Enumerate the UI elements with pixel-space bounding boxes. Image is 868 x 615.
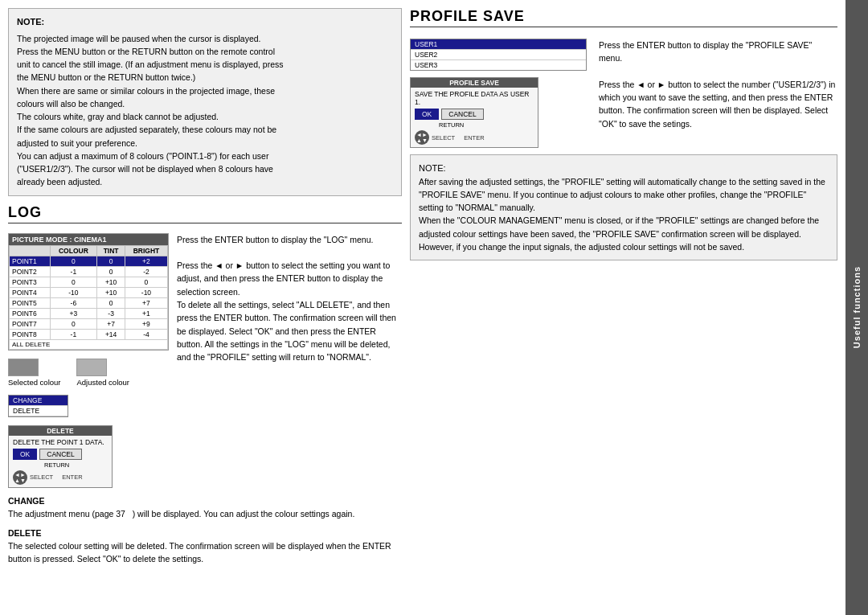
note-bottom-title: NOTE: [419, 162, 829, 175]
profile-user-1[interactable]: USER1 [411, 39, 586, 50]
table-row: POINT6+3-3+1 [10, 308, 168, 318]
table-row-bright: -10 [125, 287, 167, 297]
table-row-tint: 0 [97, 256, 125, 266]
note-top-box: NOTE: The projected image will be paused… [8, 8, 402, 196]
table-row: POINT5-60+7 [10, 297, 168, 308]
table-row-label: POINT8 [10, 329, 51, 339]
table-row-colour: -6 [50, 297, 97, 308]
useful-functions-tab: Useful functions [845, 0, 868, 615]
log-data-table: COLOUR TINT BRIGHT POINT100+2POINT2-10-2… [9, 245, 168, 350]
delete-nav-return-label: RETURN [44, 461, 69, 469]
note-bottom-box: NOTE: After saving the adjusted settings… [410, 154, 837, 260]
delete-panel-area: DELETE DELETE THE POINT 1 DATA. OK CANCE… [8, 425, 169, 488]
log-table-header: PICTURE MODE : CINEMA1 [9, 234, 168, 245]
table-row-tint: 0 [97, 297, 125, 308]
table-row-colour: -1 [50, 329, 97, 339]
selected-colour-group: Selected colour [8, 359, 60, 387]
profile-left: USER1 USER2 USER3 PROFILE SAVE SAVE THE … [410, 39, 587, 148]
change-delete-panel: CHANGE DELETE [8, 395, 68, 417]
delete-section: DELETE The selected colour setting will … [8, 528, 402, 566]
table-row-tint: +10 [97, 277, 125, 287]
note-top-title: NOTE: [17, 15, 393, 29]
side-tab-label: Useful functions [852, 266, 862, 348]
table-row-label: POINT5 [10, 297, 51, 308]
table-row-bright: -2 [125, 266, 167, 277]
profile-nav-hint: RETURN [415, 121, 534, 129]
profile-save-panel-body: SAVE THE PROFILE DATA AS USER 1. OK CANC… [411, 88, 538, 147]
table-row-label: POINT1 [10, 256, 51, 266]
delete-body-text: DELETE THE POINT 1 DATA. [13, 438, 108, 446]
mini-menu-change[interactable]: CHANGE [9, 396, 68, 406]
profile-row: USER1 USER2 USER3 PROFILE SAVE SAVE THE … [410, 39, 837, 148]
col-tint: TINT [97, 245, 125, 256]
all-delete-row[interactable]: ALL DELETE [10, 339, 168, 349]
table-row: POINT2-10-2 [10, 266, 168, 277]
delete-enter-label: ENTER [62, 474, 82, 481]
profile-select-label: SELECT [432, 134, 455, 141]
table-row-tint: -3 [97, 308, 125, 318]
profile-save-buttons: OK CANCEL [415, 109, 534, 120]
log-description: Press the ENTER button to display the "L… [177, 233, 402, 488]
change-description: The adjustment menu (page 37 ) will be d… [8, 507, 402, 520]
profile-nav-circle: ◄►▲▼ [415, 130, 429, 145]
delete-panel-body: DELETE THE POINT 1 DATA. OK CANCEL RETUR… [9, 436, 112, 487]
table-row-label: POINT4 [10, 287, 51, 297]
profile-user-2[interactable]: USER2 [411, 50, 586, 60]
table-row-tint: +7 [97, 318, 125, 329]
delete-nav-circle: ◄►▲▼ [13, 470, 27, 485]
profile-save-title: PROFILE SAVE [410, 8, 837, 27]
profile-cancel-button[interactable]: CANCEL [441, 109, 483, 120]
colour-samples: Selected colour Adjusted colour [8, 359, 169, 387]
selected-colour-label: Selected colour [8, 378, 60, 387]
table-row-label: POINT2 [10, 266, 51, 277]
delete-buttons: OK CANCEL [13, 449, 108, 460]
table-row-bright: +1 [125, 308, 167, 318]
table-row-label: POINT6 [10, 308, 51, 318]
table-row-tint: +14 [97, 329, 125, 339]
delete-nav-arrows: ◄►▲▼ [14, 472, 26, 483]
delete-panel-title: DELETE [9, 426, 112, 436]
profile-save-body-text: SAVE THE PROFILE DATA AS USER 1. [415, 90, 534, 106]
profile-description: Press the ENTER button to display the "P… [599, 39, 837, 130]
table-row: POINT70+7+9 [10, 318, 168, 329]
table-row-colour: -1 [50, 266, 97, 277]
mini-menu: CHANGE DELETE [8, 395, 68, 417]
delete-ok-button[interactable]: OK [13, 449, 37, 460]
table-row-colour: -10 [50, 287, 97, 297]
col-bright: BRIGHT [125, 245, 167, 256]
delete-description: The selected colour setting will be dele… [8, 539, 402, 566]
change-title: CHANGE [8, 496, 402, 506]
table-row-colour: 0 [50, 256, 97, 266]
table-row: POINT30+100 [10, 277, 168, 287]
selected-colour-swatch [8, 359, 39, 376]
table-row-bright: -4 [125, 329, 167, 339]
change-section: CHANGE The adjustment menu (page 37 ) wi… [8, 496, 402, 520]
adjusted-colour-swatch [76, 359, 107, 376]
profile-save-section: PROFILE SAVE USER1 USER2 USER3 PROFILE S… [410, 8, 837, 260]
profile-nav-row: ◄►▲▼ SELECT ENTER [415, 130, 534, 145]
table-row-colour: 0 [50, 277, 97, 287]
table-row-colour: 0 [50, 318, 97, 329]
profile-user-list: USER1 USER2 USER3 [410, 39, 587, 71]
profile-enter-label: ENTER [464, 134, 484, 141]
adjusted-colour-label: Adjusted colour [76, 378, 129, 387]
profile-ok-button[interactable]: OK [415, 109, 439, 120]
profile-nav-return-label: RETURN [439, 121, 464, 129]
mini-menu-delete[interactable]: DELETE [9, 406, 68, 416]
table-row-bright: +2 [125, 256, 167, 266]
col-label [10, 245, 51, 256]
table-row-colour: +3 [50, 308, 97, 318]
delete-cancel-button[interactable]: CANCEL [39, 449, 81, 460]
note-top-text: The projected image will be paused when … [17, 32, 393, 189]
log-title: LOG [8, 204, 402, 223]
delete-title: DELETE [8, 528, 402, 538]
table-row: POINT8-1+14-4 [10, 329, 168, 339]
delete-select-label: SELECT [30, 474, 53, 481]
table-row: POINT4-10+10-10 [10, 287, 168, 297]
delete-panel: DELETE DELETE THE POINT 1 DATA. OK CANCE… [8, 425, 113, 488]
table-row-bright: +7 [125, 297, 167, 308]
profile-save-panel-title: PROFILE SAVE [411, 78, 538, 88]
log-table-area: PICTURE MODE : CINEMA1 COLOUR TINT BRIGH… [8, 233, 402, 488]
table-row-tint: 0 [97, 266, 125, 277]
profile-user-3[interactable]: USER3 [411, 60, 586, 70]
